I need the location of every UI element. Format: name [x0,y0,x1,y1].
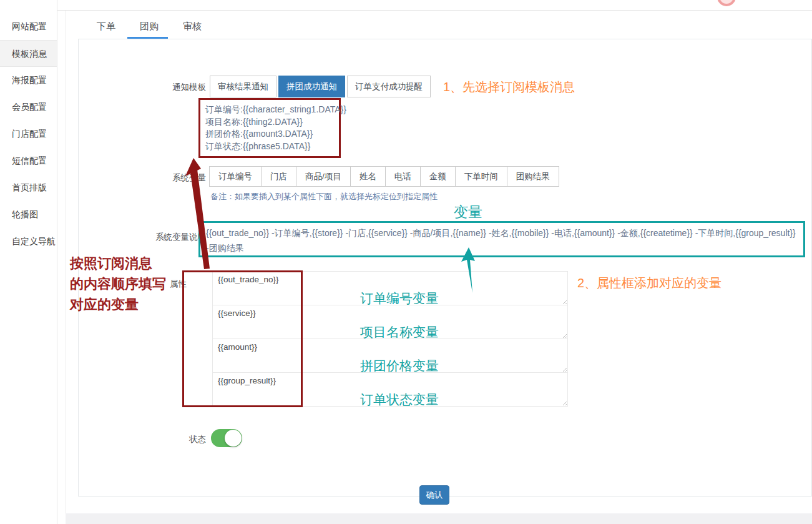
tab-order[interactable]: 下单 [97,21,115,32]
insert-hint-note: 备注：如果要插入到某个属性下面，就选择光标定位到指定属性 [210,191,438,202]
sidebar-item-carousel[interactable]: 轮播图 [0,201,57,228]
notify-template-label: 通知模板 [144,82,206,93]
template-line: 订单编号:{{character_string1.DATA}} [205,104,334,116]
sidebar-item-sms-config[interactable]: 短信配置 [0,147,57,174]
status-toggle[interactable] [211,429,242,447]
page: 网站配置 模板消息 海报配置 会员配置 门店配置 短信配置 首页排版 轮播图 自… [0,0,812,524]
sidebar: 网站配置 模板消息 海报配置 会员配置 门店配置 短信配置 首页排版 轮播图 自… [0,0,57,524]
toggle-knob [225,430,242,447]
annotation-order-no-var: 订单编号变量 [340,290,459,307]
template-line: 项目名称:{{thing2.DATA}} [205,116,334,129]
notify-template-options: 审核结果通知 拼团成功通知 订单支付成功提醒 [210,76,431,97]
annotation-step2: 2、属性框添加对应的变量 [577,275,722,292]
notify-option-review-result[interactable]: 审核结果通知 [210,76,276,97]
system-vars-desc-label: 系统变量说明 [144,232,206,243]
sidebar-item-homepage-layout[interactable]: 首页排版 [0,174,57,201]
tab-content-panel [78,39,812,497]
annotation-variable-heading: 变量 [454,202,482,222]
template-content-box[interactable]: 订单编号:{{character_string1.DATA}} 项目名称:{{t… [198,98,341,158]
var-button-name[interactable]: 姓名 [350,166,386,187]
system-vars-label: 系统变量 [144,172,206,184]
var-button-store[interactable]: 门店 [261,166,296,187]
sidebar-item-template-message[interactable]: 模板消息 [0,40,57,67]
system-vars-desc-text: {{out_trade_no}} -订单编号,{{store}} -门店,{{s… [206,225,798,255]
template-line: 订单状态:{{phrase5.DATA}} [205,141,334,153]
footer-strip [66,513,812,524]
var-button-order-no[interactable]: 订单编号 [209,166,262,187]
notify-option-group-success[interactable]: 拼团成功通知 [278,76,345,97]
var-button-mobile[interactable]: 电话 [385,166,421,187]
sidebar-item-custom-nav[interactable]: 自定义导航 [0,228,57,255]
annotation-amount-var: 拼团价格变量 [340,357,459,375]
template-line: 拼团价格:{{amount3.DATA}} [205,128,334,141]
annotation-status-var: 订单状态变量 [340,391,459,408]
system-vars-buttons: 订单编号 门店 商品/项目 姓名 电话 金额 下单时间 团购结果 [210,166,559,187]
var-button-createtime[interactable]: 下单时间 [455,166,507,187]
system-vars-desc-box: {{out_trade_no}} -订单编号,{{store}} -门店,{{s… [198,221,805,257]
header-bar [57,0,812,11]
confirm-button[interactable]: 确认 [419,485,449,505]
sidebar-item-poster-config[interactable]: 海报配置 [0,67,57,94]
var-button-group-result[interactable]: 团购结果 [507,166,559,187]
sidebar-item-store-config[interactable]: 门店配置 [0,121,57,147]
var-button-amount[interactable]: 金额 [420,166,456,187]
annotation-step1: 1、先选择订阅模板消息 [443,79,575,96]
notify-option-pay-success[interactable]: 订单支付成功提醒 [347,76,431,97]
sidebar-item-website-config[interactable]: 网站配置 [0,13,57,40]
sidebar-item-member-config[interactable]: 会员配置 [0,94,57,121]
annotation-left-note: 按照订阅消息 的内容顺序填写 对应的变量 [70,253,166,315]
tab-review[interactable]: 审核 [183,21,202,32]
var-button-service[interactable]: 商品/项目 [296,166,351,187]
status-label: 状态 [144,434,206,445]
annotation-service-var: 项目名称变量 [340,324,459,341]
tab-groupbuy[interactable]: 团购 [140,21,159,32]
sidebar-menu: 网站配置 模板消息 海报配置 会员配置 门店配置 短信配置 首页排版 轮播图 自… [0,13,57,255]
